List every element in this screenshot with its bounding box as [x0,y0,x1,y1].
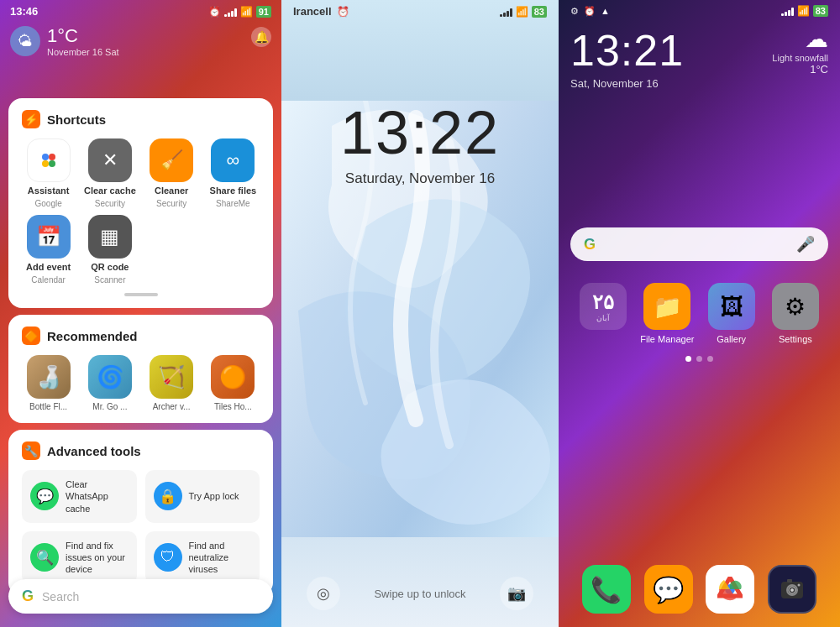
recommended-card: 🔶 Recommended 🍶 Bottle Fl... 🌀 Mr. Go ..… [8,315,273,423]
shortcut-add-event[interactable]: 📅 Add event Calendar [22,215,75,285]
dock-chrome[interactable] [706,565,754,614]
mid-carrier: Irancell [293,5,332,18]
lock-time: 13:22 [340,98,500,167]
neutralize-viruses-label: Find and neutralize viruses [189,540,252,576]
right-app-persian-calendar[interactable]: ۲۵ آبان [575,283,631,344]
svg-point-11 [790,588,794,592]
archer-label: Archer v... [153,402,191,411]
mr-go-icon: 🌀 [88,355,132,399]
persian-calendar-icon: ۲۵ آبان [580,283,627,330]
assistant-icon [27,138,71,182]
mid-signal-icon [500,7,512,17]
dock-camera[interactable] [768,565,816,614]
advanced-tools-icon: 🔧 [22,442,40,460]
right-weather-temp: 1°C [772,63,828,76]
lock-camera-icon[interactable]: 📷 [500,577,533,610]
file-manager-icon: 📁 [643,283,690,330]
alarm-icon: ⏰ [208,6,221,18]
right-time: 13:21 [570,25,684,76]
cleaner-icon: 🧹 [150,138,193,182]
shortcut-qr-code[interactable]: ▦ QR code Scanner [83,215,136,285]
advanced-tools-grid: 💬 Clear WhatsApp cache 🔒 Try App lock 🔍 … [22,470,260,584]
recommended-icon: 🔶 [22,327,40,345]
shortcut-share-files[interactable]: ∞ Share files ShareMe [207,138,260,208]
right-status-left: ⚙ ⏰ ▲ [570,6,610,17]
search-placeholder: Search [42,590,79,603]
recommended-label: Recommended [47,329,138,343]
left-status-bar: 13:46 ⏰ 📶 91 [0,0,281,23]
dot-2 [696,356,702,362]
cleaner-sub: Security [156,199,186,208]
clear-cache-icon: ✕ [88,138,132,182]
right-weather-label: Light snowfall [772,53,828,63]
search-bar[interactable]: G Search [8,579,273,614]
app-lock-icon: 🔒 [154,482,182,510]
shortcut-assistant[interactable]: Assistant Google [22,138,75,208]
rec-bottle-flip[interactable]: 🍶 Bottle Fl... [22,355,75,411]
fix-issues-icon: 🔍 [30,543,59,572]
add-event-label: Add event [26,262,71,272]
mid-status-right: 📶 83 [500,6,547,18]
right-app-gallery[interactable]: 🖼 Gallery [704,283,759,344]
mid-status-bar: Irancell ⏰ 📶 83 [281,0,559,23]
right-mic-icon[interactable]: 🎤 [796,235,815,253]
dock-phone[interactable]: 📞 [582,565,631,614]
middle-panel: Irancell ⏰ 📶 83 13:22 Saturday, November… [281,0,559,627]
adv-app-lock[interactable]: 🔒 Try App lock [145,470,260,523]
bottom-dock: 📞 💬 [559,565,840,614]
assistant-label: Assistant [28,185,70,196]
mr-go-label: Mr. Go ... [92,402,127,411]
adv-neutralize-viruses[interactable]: 🛡 Find and neutralize viruses [145,531,260,584]
left-panel: 13:46 ⏰ 📶 91 🌤 1°C November 16 Sat 🔔 ⚡ S… [0,0,281,627]
shortcuts-row2: 📅 Add event Calendar ▦ QR code Scanner [22,215,260,285]
dot-3 [707,356,713,362]
right-wifi-icon: 📶 [797,5,810,17]
drag-indicator [22,293,260,296]
dock-messages[interactable]: 💬 [644,565,693,614]
advanced-tools-card: 🔧 Advanced tools 💬 Clear WhatsApp cache … [8,430,273,596]
qr-code-sub: Scanner [94,275,125,285]
rec-mr-go[interactable]: 🌀 Mr. Go ... [83,355,136,411]
share-files-icon: ∞ [211,138,255,182]
right-signal-icon [781,6,794,16]
shortcut-clear-cache[interactable]: ✕ Clear cache Security [83,138,136,208]
right-app-file-manager[interactable]: 📁 File Manager [639,283,695,344]
neutralize-viruses-icon: 🛡 [154,543,182,572]
persian-num: ۲۵ [592,290,614,314]
left-status-icons: ⏰ 📶 91 [208,6,271,18]
weather-temp: 1°C [47,25,119,47]
right-status-bar: ⚙ ⏰ ▲ 📶 83 [559,0,840,22]
settings-icon: ⚙ [772,283,819,330]
right-status-icons: 📶 83 [781,5,828,17]
bottle-flip-icon: 🍶 [27,355,71,399]
bottle-flip-label: Bottle Fl... [29,402,67,411]
lock-date: Saturday, November 16 [340,170,500,187]
right-app-settings[interactable]: ⚙ Settings [768,283,823,344]
notification-icon[interactable]: 🔔 [251,27,271,47]
weather-widget: 🌤 1°C November 16 Sat [10,25,119,57]
lock-bottom: ◎ Swipe up to unlock 📷 [281,577,559,610]
file-manager-label: File Manager [640,334,694,344]
share-files-sub: ShareMe [216,199,250,208]
recommended-title: 🔶 Recommended [22,327,260,345]
shortcut-cleaner[interactable]: 🧹 Cleaner Security [145,138,198,208]
drag-bar [124,293,158,296]
right-apps-grid: ۲۵ آبان 📁 File Manager 🖼 Gallery ⚙ Setti… [559,274,840,353]
page-dots [559,356,840,362]
right-google-logo: G [584,236,596,253]
left-time: 13:46 [10,5,38,18]
qr-code-icon: ▦ [88,215,132,259]
rec-archer[interactable]: 🏹 Archer v... [145,355,198,411]
svg-point-3 [49,160,55,167]
lock-fingerprint-icon[interactable]: ◎ [307,577,340,610]
adv-fix-issues[interactable]: 🔍 Find and fix issues on your device [22,531,137,584]
adv-whatsapp-cache[interactable]: 💬 Clear WhatsApp cache [22,470,137,523]
right-alarm-icon: ⏰ [584,6,596,17]
rec-tiles-hop[interactable]: 🟠 Tiles Ho... [207,355,260,411]
svg-point-13 [798,584,801,587]
clear-cache-label: Clear cache [84,185,136,196]
right-search-bar[interactable]: G 🎤 [570,227,828,261]
svg-point-0 [42,154,49,160]
wifi-icon: 📶 [240,6,253,18]
google-logo: G [22,588,34,605]
